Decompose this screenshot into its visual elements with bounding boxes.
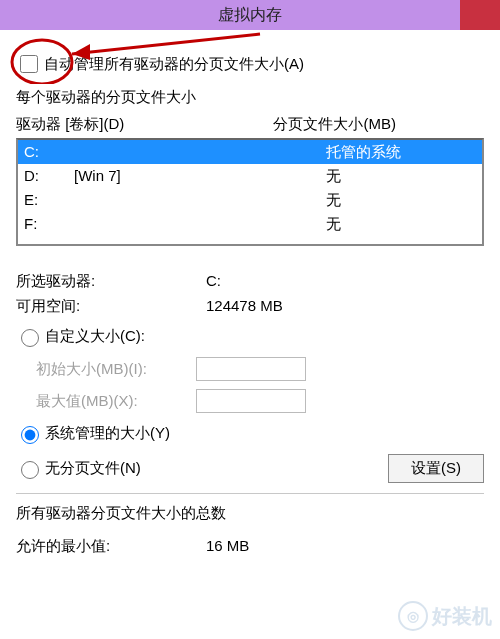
drive-row[interactable]: D:[Win 7]无 bbox=[18, 164, 482, 188]
drive-list[interactable]: C:托管的系统D:[Win 7]无E:无F:无 bbox=[16, 138, 484, 246]
watermark: ◎ 好装机 bbox=[398, 601, 492, 631]
drive-label bbox=[74, 212, 326, 236]
set-button[interactable]: 设置(S) bbox=[388, 454, 484, 483]
initial-size-input bbox=[196, 357, 306, 381]
close-button[interactable] bbox=[460, 0, 500, 30]
drive-letter: C: bbox=[24, 140, 74, 164]
drive-size: 无 bbox=[326, 164, 476, 188]
drive-row[interactable]: E:无 bbox=[18, 188, 482, 212]
drive-size: 托管的系统 bbox=[326, 140, 476, 164]
column-size: 分页文件大小(MB) bbox=[273, 115, 484, 134]
max-size-input bbox=[196, 389, 306, 413]
custom-size-label: 自定义大小(C): bbox=[45, 327, 145, 346]
min-allowed-label: 允许的最小值: bbox=[16, 537, 206, 556]
max-size-label: 最大值(MB)(X): bbox=[36, 392, 196, 411]
column-headers: 驱动器 [卷标](D) 分页文件大小(MB) bbox=[16, 115, 484, 134]
drive-letter: E: bbox=[24, 188, 74, 212]
column-drive: 驱动器 [卷标](D) bbox=[16, 115, 273, 134]
title-bar: 虚拟内存 bbox=[0, 0, 500, 30]
initial-size-label: 初始大小(MB)(I): bbox=[36, 360, 196, 379]
selected-drive-value: C: bbox=[206, 272, 221, 291]
drive-letter: D: bbox=[24, 164, 74, 188]
system-managed-radio[interactable] bbox=[21, 426, 39, 444]
totals-label: 所有驱动器分页文件大小的总数 bbox=[16, 504, 484, 523]
drive-label bbox=[74, 188, 326, 212]
separator bbox=[16, 493, 484, 494]
auto-manage-checkbox[interactable] bbox=[20, 55, 38, 73]
drive-row[interactable]: F:无 bbox=[18, 212, 482, 236]
custom-size-radio[interactable] bbox=[21, 329, 39, 347]
drive-row[interactable]: C:托管的系统 bbox=[18, 140, 482, 164]
window-title: 虚拟内存 bbox=[218, 6, 282, 23]
no-paging-radio[interactable] bbox=[21, 461, 39, 479]
drive-label bbox=[74, 140, 326, 164]
watermark-icon: ◎ bbox=[398, 601, 428, 631]
watermark-text: 好装机 bbox=[432, 603, 492, 630]
min-allowed-value: 16 MB bbox=[206, 537, 249, 556]
auto-manage-label: 自动管理所有驱动器的分页文件大小(A) bbox=[44, 55, 304, 74]
drive-letter: F: bbox=[24, 212, 74, 236]
no-paging-label: 无分页文件(N) bbox=[45, 459, 141, 478]
drive-size: 无 bbox=[326, 212, 476, 236]
system-managed-label: 系统管理的大小(Y) bbox=[45, 424, 170, 443]
free-space-value: 124478 MB bbox=[206, 297, 283, 316]
per-drive-label: 每个驱动器的分页文件大小 bbox=[16, 88, 484, 107]
drive-size: 无 bbox=[326, 188, 476, 212]
drive-label: [Win 7] bbox=[74, 164, 326, 188]
selected-drive-label: 所选驱动器: bbox=[16, 272, 206, 291]
free-space-label: 可用空间: bbox=[16, 297, 206, 316]
